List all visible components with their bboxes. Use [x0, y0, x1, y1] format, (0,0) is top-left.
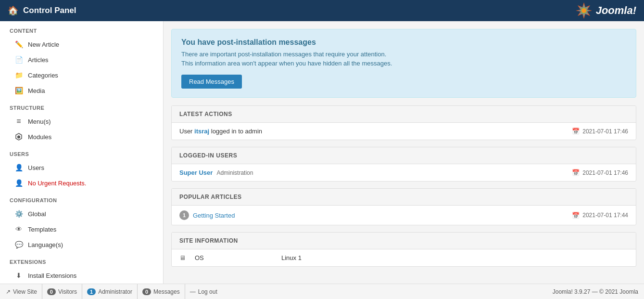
latest-actions-header: LATEST ACTIONS [172, 106, 636, 123]
urgent-icon: 👤 [14, 179, 23, 187]
logged-in-users-row-0: Super User Administration 📅 2021-07-01 1… [172, 164, 636, 181]
sidebar-item-global[interactable]: ⚙️ Global [0, 206, 163, 221]
gear-icon: ⚙️ [14, 209, 23, 218]
admin-label: Administrator [98, 288, 132, 295]
sidebar-label-articles: Articles [28, 56, 49, 64]
visitors-label: Visitors [58, 288, 77, 295]
svg-point-1 [581, 8, 586, 13]
latest-actions-row-0: User itsraj logged in to admin 📅 2021-07… [172, 123, 636, 140]
sidebar-item-no-urgent[interactable]: 👤 No Urgent Requests. [0, 175, 163, 191]
sidebar-item-templates[interactable]: 👁 Templates [0, 221, 163, 237]
sidebar-label-categories: Categories [28, 72, 58, 79]
sidebar-item-media[interactable]: 🖼️ Media [0, 83, 163, 98]
external-link-icon: ↗ [6, 288, 11, 295]
post-install-title: You have post-installation messages [181, 38, 626, 47]
users-icon: 👤 [14, 163, 23, 172]
page-title: Control Panel [23, 6, 76, 15]
bottom-bar: ↗ View Site 0 Visitors 1 Administrator 0… [0, 284, 644, 299]
popular-articles-row-0: 1 Getting Started 📅 2021-07-01 17:44 [172, 206, 636, 225]
messages-item[interactable]: 0 Messages [138, 284, 185, 299]
sidebar-label-language: Language(s) [28, 241, 63, 248]
logged-in-user-timestamp: 2021-07-01 17:46 [582, 169, 628, 176]
latest-actions-row-right: 📅 2021-07-01 17:46 [572, 128, 628, 135]
visitors-item[interactable]: 0 Visitors [42, 284, 82, 299]
visitors-badge: 0 [47, 288, 56, 295]
sidebar-item-menus[interactable]: ≡ Menu(s) [0, 114, 163, 129]
categories-icon: 📁 [14, 71, 23, 79]
joomla-logo: Joomla! [575, 1, 636, 20]
logged-in-users-panel: LOGGED-IN USERS Super User Administratio… [171, 147, 636, 182]
view-site-item[interactable]: ↗ View Site [6, 284, 42, 299]
site-information-header: SITE INFORMATION [172, 233, 636, 249]
sidebar-label-global: Global [28, 210, 46, 218]
pencil-icon: ✏️ [14, 40, 23, 49]
site-info-label-os: OS [195, 254, 281, 261]
sidebar-label-no-urgent: No Urgent Requests. [28, 180, 86, 187]
post-install-line2: This information area won't appear when … [181, 60, 626, 67]
sidebar-label-templates: Templates [28, 226, 56, 233]
popular-articles-panel: POPULAR ARTICLES 1 Getting Started 📅 202… [171, 188, 636, 225]
messages-badge: 0 [142, 288, 151, 295]
messages-label: Messages [153, 288, 180, 295]
sidebar-item-new-article[interactable]: ✏️ New Article [0, 37, 163, 52]
logout-item[interactable]: — Log out [185, 284, 222, 299]
sidebar-label-modules: Modules [28, 133, 51, 141]
joomla-star-icon [575, 1, 593, 20]
admin-item[interactable]: 1 Administrator [82, 284, 138, 299]
media-icon: 🖼️ [14, 86, 23, 95]
sidebar-item-install-extensions[interactable]: ⬇ Install Extensions [0, 268, 163, 283]
read-messages-button[interactable]: Read Messages [181, 75, 242, 89]
home-icon[interactable]: 🏠 [8, 5, 18, 16]
articles-icon: 📄 [14, 55, 23, 64]
sidebar-label-media: Media [28, 87, 45, 94]
sidebar-item-users[interactable]: 👤 Users [0, 160, 163, 175]
popular-articles-row-left: 1 Getting Started [179, 210, 235, 220]
language-icon: 💬 [14, 240, 23, 249]
site-information-panel: SITE INFORMATION 🖥 OS Linux 1 [171, 232, 636, 267]
logged-in-user-name[interactable]: Super User [179, 169, 213, 176]
sidebar-item-articles[interactable]: 📄 Articles [0, 52, 163, 67]
sidebar: CONTENT ✏️ New Article 📄 Articles 📁 Cate… [0, 21, 164, 284]
content-area: You have post-installation messages Ther… [164, 21, 644, 284]
post-install-line1: There are important post-installation me… [181, 51, 626, 58]
logout-dash-icon: — [190, 288, 196, 295]
sidebar-label-menus: Menu(s) [28, 118, 51, 125]
latest-actions-panel: LATEST ACTIONS User itsraj logged in to … [171, 105, 636, 140]
site-info-value-os: Linux 1 [281, 254, 302, 261]
post-install-banner: You have post-installation messages Ther… [171, 29, 636, 98]
admin-badge: 1 [87, 288, 96, 295]
sidebar-label-install-extensions: Install Extensions [28, 272, 76, 279]
logout-label: Log out [198, 288, 217, 295]
article-rank-badge: 1 [179, 210, 189, 220]
sidebar-label-users: Users [28, 164, 44, 171]
view-site-label: View Site [13, 288, 37, 295]
popular-article-timestamp: 2021-07-01 17:44 [582, 212, 628, 219]
templates-icon: 👁 [14, 225, 23, 234]
logged-in-users-row-left: Super User Administration [179, 169, 253, 176]
version-text: Joomla! 3.9.27 — © 2021 Joomla [553, 288, 638, 295]
article-title-link[interactable]: Getting Started [193, 212, 235, 219]
latest-action-user[interactable]: itsraj [194, 128, 209, 135]
menus-icon: ≡ [14, 117, 23, 126]
sidebar-item-language[interactable]: 💬 Language(s) [0, 237, 163, 252]
popular-articles-row-right: 📅 2021-07-01 17:44 [572, 212, 628, 219]
header-title-group: 🏠 Control Panel [8, 5, 76, 16]
sidebar-item-modules[interactable]: Modules [0, 129, 163, 144]
sidebar-section-extensions: EXTENSIONS [0, 252, 163, 268]
main-layout: CONTENT ✏️ New Article 📄 Articles 📁 Cate… [0, 21, 644, 284]
latest-actions-row-left: User itsraj logged in to admin [179, 128, 262, 135]
download-icon: ⬇ [14, 271, 23, 280]
sidebar-section-content: CONTENT [0, 21, 163, 37]
latest-action-text: User itsraj logged in to admin [179, 128, 262, 135]
logged-in-users-row-right: 📅 2021-07-01 17:46 [572, 169, 628, 176]
logged-in-users-header: LOGGED-IN USERS [172, 147, 636, 164]
latest-action-timestamp: 2021-07-01 17:46 [582, 128, 628, 135]
top-header: 🏠 Control Panel Joomla! [0, 0, 644, 21]
sidebar-section-configuration: CONFIGURATION [0, 191, 163, 206]
monitor-icon: 🖥 [179, 254, 191, 261]
logged-in-user-role: Administration [216, 169, 253, 176]
site-info-row-os: 🖥 OS Linux 1 [172, 249, 636, 266]
sidebar-item-categories[interactable]: 📁 Categories [0, 67, 163, 83]
joomla-brand-text: Joomla! [596, 4, 636, 17]
cal-icon-popular: 📅 [572, 212, 580, 219]
